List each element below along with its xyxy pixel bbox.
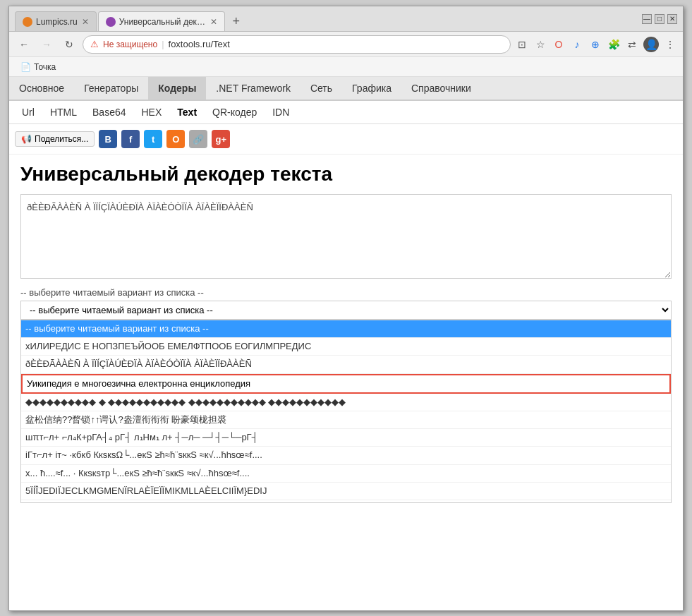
tab-lumpics[interactable]: Lumpics.ru ✕ bbox=[15, 11, 97, 31]
share-bar: 📢 Поделиться... В f t О 🔗 g+ bbox=[9, 124, 683, 155]
back-button[interactable]: ← bbox=[15, 35, 33, 54]
site-nav: Основное Генераторы Кодеры .NET Framewor… bbox=[9, 77, 683, 101]
extensions-icon[interactable]: 🧩 bbox=[607, 37, 621, 52]
security-warning-icon: ⚠ bbox=[90, 39, 99, 49]
list-item[interactable]: 5ÏÍÎJEDIÏJECLKMGMENÏRLAÈÏEÏÏMIKMLLАÈELCI… bbox=[21, 483, 671, 500]
tab-close-lumpics[interactable]: ✕ bbox=[82, 17, 89, 27]
results-list[interactable]: -- выберите читаемый вариант из списка -… bbox=[20, 320, 672, 503]
opera-icon[interactable]: O bbox=[552, 37, 566, 52]
social-facebook[interactable]: f bbox=[121, 130, 140, 148]
share-button[interactable]: 📢 Поделиться... bbox=[15, 131, 95, 147]
subnav-idn[interactable]: IDN bbox=[265, 104, 296, 121]
page-content: Основное Генераторы Кодеры .NET Framewor… bbox=[9, 77, 683, 610]
menu-icon[interactable]: ⋮ bbox=[663, 37, 677, 52]
nav-dotnet[interactable]: .NET Framework bbox=[206, 77, 301, 99]
subnav-html[interactable]: HTML bbox=[43, 104, 84, 121]
subnav-url[interactable]: Url bbox=[15, 104, 42, 121]
bookmark-favicon: 📄 bbox=[20, 62, 31, 72]
bookmark-star-icon[interactable]: ☆ bbox=[533, 37, 547, 52]
list-item[interactable]: хИЛИРЕДИС Е НОПЗПЕЪЙООБ ЕМЕЛФТПООБ ЕОГИЛ… bbox=[21, 338, 671, 356]
social-link[interactable]: 🔗 bbox=[189, 130, 207, 148]
social-twitter[interactable]: t bbox=[144, 130, 162, 148]
separator: | bbox=[162, 39, 164, 49]
list-item[interactable]: 盆松信纳??瞀锁↑↑谔认?盎澶衔衔衔 盼豪颂栊担裘 bbox=[21, 411, 671, 429]
nav-icons: ⊡ ☆ O ♪ ⊕ 🧩 ⇄ 👤 ⋮ bbox=[515, 37, 677, 52]
list-item[interactable]: Уикипедия е многоезична електронна енцик… bbox=[21, 500, 671, 503]
close-button[interactable]: ✕ bbox=[667, 14, 677, 24]
nav-bar: ← → ↻ ⚠ Не защищено | foxtools.ru/Text ⊡… bbox=[9, 32, 683, 57]
nav-generatory[interactable]: Генераторы bbox=[74, 77, 148, 99]
browser-window: Lumpics.ru ✕ Универсальный декодер текст… bbox=[8, 6, 684, 611]
share-icon: 📢 bbox=[21, 134, 32, 144]
sub-nav: Url HTML Base64 HEX Text QR-кодер IDN bbox=[9, 101, 683, 124]
profile-icon[interactable]: 👤 bbox=[643, 37, 659, 52]
address-bar[interactable]: ⚠ Не защищено | foxtools.ru/Text bbox=[83, 35, 511, 54]
social-vk[interactable]: В bbox=[99, 130, 117, 148]
maximize-button[interactable]: □ bbox=[655, 14, 664, 24]
page-title: Универсальный декодер текста bbox=[20, 163, 672, 186]
list-item[interactable]: ðÈÈÐÃÀÀÈÑ À ÏÏÍÇÏÀÚÈÐÏÀ ÀÏÀÈÓÒÏÏÀ ÀÏÀÈÏÏ… bbox=[21, 356, 671, 373]
subnav-qr[interactable]: QR-кодер bbox=[205, 104, 264, 121]
social-ok[interactable]: О bbox=[166, 130, 185, 148]
music-icon[interactable]: ♪ bbox=[570, 37, 584, 52]
tabs-area: Lumpics.ru ✕ Универсальный декодер текст… bbox=[15, 6, 636, 31]
nav-grafika[interactable]: Графика bbox=[342, 77, 401, 99]
minimize-button[interactable]: — bbox=[642, 14, 652, 24]
social-gplus[interactable]: g+ bbox=[212, 130, 230, 148]
list-item[interactable]: ◆◆◆◆◆◆◆◆◆◆ ◆ ◆◆◆◆◆◆◆◆◆◆◆ ◆◆◆◆◆◆◆◆◆◆◆ ◆◆◆… bbox=[21, 394, 671, 411]
dropdown-label: -- выберите читаемый вариант из списка -… bbox=[20, 287, 672, 298]
subnav-text[interactable]: Text bbox=[170, 104, 204, 121]
tab-close-foxtools[interactable]: ✕ bbox=[210, 17, 217, 27]
main-area: Универсальный декодер текста -- выберите… bbox=[9, 155, 683, 512]
nav-osnovnoe[interactable]: Основное bbox=[9, 77, 74, 99]
cast-icon[interactable]: ⊡ bbox=[515, 37, 529, 52]
window-controls: — □ ✕ bbox=[642, 14, 677, 24]
list-item[interactable]: -- выберите читаемый вариант из списка -… bbox=[21, 320, 671, 338]
list-item[interactable]: Уикипедия е многоезична електронна енцик… bbox=[21, 374, 671, 394]
refresh-button[interactable]: ↻ bbox=[60, 35, 78, 54]
nav-spravochniki[interactable]: Справочники bbox=[401, 77, 481, 99]
share-label: Поделиться... bbox=[35, 134, 88, 144]
bookmark-label: Точка bbox=[34, 62, 56, 72]
tab-favicon-foxtools bbox=[106, 17, 116, 27]
translate-icon[interactable]: ⊕ bbox=[588, 37, 602, 52]
bookmark-tochka[interactable]: 📄 Точка bbox=[15, 61, 61, 73]
nav-set[interactable]: Сеть bbox=[301, 77, 342, 99]
address-text: foxtools.ru/Text bbox=[169, 39, 230, 49]
new-tab-button[interactable]: + bbox=[226, 11, 246, 31]
list-item[interactable]: шπт⌐л+ ⌐л₄К+рΓΑ┤₄ рΓ┤ л₁Ηм₁ л+ ┤─л─ ─┘┤─… bbox=[21, 429, 671, 447]
list-item[interactable]: іΓт⌐л+ іт~ ∙кбкб КкsкsΩ└...екS ≥ħ≈ħ¨sккS… bbox=[21, 447, 671, 464]
security-warning-text: Не защищено bbox=[103, 40, 157, 49]
list-item[interactable]: х... ħ....≈f... ∙ Ккsкsтр└...екS ≥ħ≈ħ¨sк… bbox=[21, 465, 671, 483]
subnav-hex[interactable]: HEX bbox=[135, 104, 169, 121]
tab-favicon-lumpics bbox=[23, 17, 32, 27]
variant-dropdown[interactable]: -- выберите читаемый вариант из списка -… bbox=[20, 301, 672, 320]
bookmarks-bar: 📄 Точка bbox=[9, 57, 683, 77]
forward-button[interactable]: → bbox=[37, 35, 56, 54]
tab-foxtools[interactable]: Универсальный декодер текста... ✕ bbox=[98, 11, 225, 31]
subnav-base64[interactable]: Base64 bbox=[85, 104, 133, 121]
title-bar: Lumpics.ru ✕ Универсальный декодер текст… bbox=[9, 6, 683, 32]
sync-icon[interactable]: ⇄ bbox=[625, 37, 639, 52]
tab-title-foxtools: Универсальный декодер текста... bbox=[119, 17, 206, 27]
tab-title-lumpics: Lumpics.ru bbox=[36, 17, 78, 27]
nav-kodery[interactable]: Кодеры bbox=[148, 77, 206, 99]
text-input[interactable] bbox=[20, 194, 672, 279]
